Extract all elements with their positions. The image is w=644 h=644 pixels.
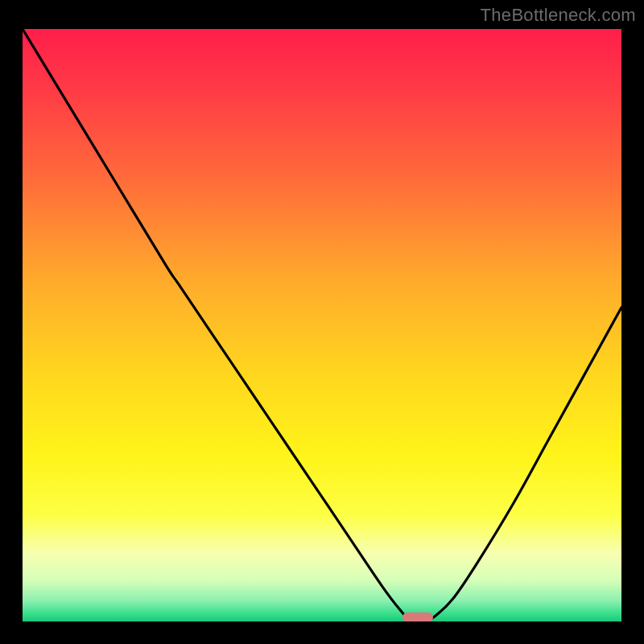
plot-area <box>23 29 621 621</box>
chart-container: TheBottleneck.com <box>0 0 644 644</box>
gradient-background <box>23 29 621 621</box>
chart-svg <box>23 29 621 621</box>
watermark-text: TheBottleneck.com <box>481 5 636 26</box>
optimal-marker <box>402 613 433 621</box>
plot-frame <box>16 23 628 628</box>
